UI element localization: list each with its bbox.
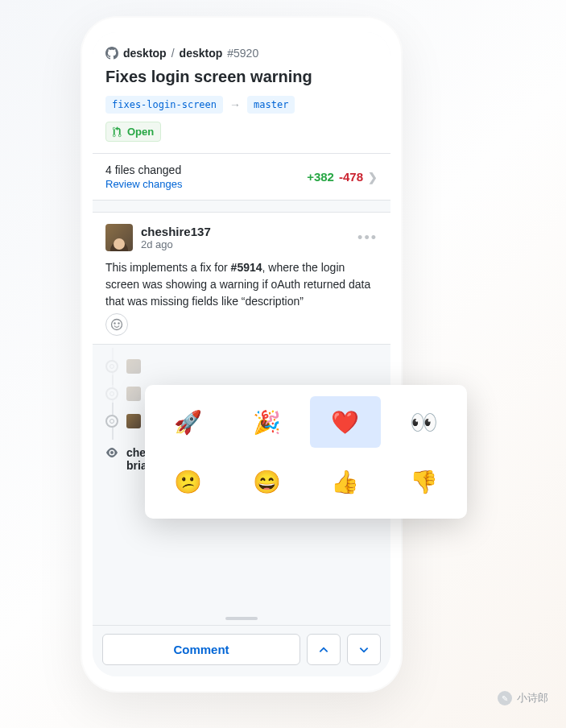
files-changed: 4 files changed bbox=[105, 163, 182, 176]
commit-dot-icon bbox=[105, 415, 118, 428]
pr-header: desktop / desktop #5920 Fixes login scre… bbox=[93, 32, 390, 154]
add-reaction-button[interactable] bbox=[105, 313, 128, 336]
chevron-down-icon bbox=[358, 644, 370, 656]
reactions-popup: 🚀🎉❤️👀😕😄👍👎 bbox=[145, 385, 467, 519]
next-button[interactable] bbox=[347, 634, 381, 665]
review-changes-link[interactable]: Review changes bbox=[105, 178, 182, 190]
comment-text-pre: This implements a fix for bbox=[105, 261, 231, 274]
svg-point-1 bbox=[114, 323, 115, 324]
comment-author[interactable]: cheshire137 bbox=[141, 225, 211, 238]
git-pull-request-icon bbox=[113, 126, 124, 138]
wechat-icon: ✎ bbox=[498, 691, 512, 705]
arrow-right-icon: → bbox=[229, 98, 241, 111]
svg-point-0 bbox=[112, 320, 122, 330]
screen: desktop / desktop #5920 Fixes login scre… bbox=[93, 32, 390, 676]
branch-from[interactable]: fixes-login-screen bbox=[105, 96, 223, 114]
commit-item-hidden bbox=[105, 353, 378, 380]
breadcrumb-sep: / bbox=[171, 47, 175, 60]
breadcrumb[interactable]: desktop / desktop #5920 bbox=[105, 47, 378, 60]
comment-button[interactable]: Comment bbox=[102, 634, 300, 665]
avatar[interactable] bbox=[105, 224, 133, 251]
eye-icon bbox=[105, 446, 118, 459]
phone-frame: desktop / desktop #5920 Fixes login scre… bbox=[81, 16, 403, 693]
issue-number: #5920 bbox=[227, 47, 258, 60]
pr-title: Fixes login screen warning bbox=[105, 68, 378, 86]
repo-owner: desktop bbox=[123, 47, 167, 60]
bottom-bar: Comment bbox=[93, 625, 390, 676]
comment-body: This implements a fix for #5914, where t… bbox=[105, 259, 378, 310]
reaction-confused[interactable]: 😕 bbox=[153, 456, 224, 507]
commit-avatar bbox=[126, 387, 141, 401]
reaction-tada[interactable]: 🎉 bbox=[232, 396, 303, 448]
status-badge: Open bbox=[105, 122, 161, 142]
commit-avatar bbox=[126, 359, 141, 374]
reaction-eyes[interactable]: 👀 bbox=[389, 396, 460, 448]
reaction-rocket[interactable]: 🚀 bbox=[153, 396, 224, 448]
branch-to[interactable]: master bbox=[247, 96, 295, 114]
reaction-thumbs-up[interactable]: 👍 bbox=[310, 456, 381, 507]
reaction-thumbs-down[interactable]: 👎 bbox=[389, 456, 460, 507]
svg-point-2 bbox=[118, 323, 119, 324]
drag-handle[interactable] bbox=[225, 617, 258, 620]
comment-card: cheshire137 2d ago ••• This implements a… bbox=[93, 212, 390, 345]
commit-avatar[interactable] bbox=[126, 414, 141, 428]
changes-row[interactable]: 4 files changed Review changes +382 -478… bbox=[93, 154, 390, 201]
issue-reference-link[interactable]: #5914 bbox=[231, 261, 262, 274]
chevron-up-icon bbox=[318, 644, 329, 656]
commit-dot-icon bbox=[105, 387, 118, 400]
status-label: Open bbox=[127, 126, 154, 138]
prev-button[interactable] bbox=[307, 634, 341, 665]
deletions-count: -478 bbox=[339, 170, 363, 184]
additions-count: +382 bbox=[307, 170, 334, 184]
chevron-right-icon: ❯ bbox=[368, 171, 378, 184]
github-icon bbox=[105, 47, 118, 60]
commit-dot-icon bbox=[105, 360, 118, 373]
smiley-icon bbox=[110, 318, 123, 331]
branch-row: fixes-login-screen → master bbox=[105, 96, 378, 114]
watermark-text: 小诗郎 bbox=[517, 691, 548, 705]
repo-name: desktop bbox=[180, 47, 223, 60]
reaction-heart[interactable]: ❤️ bbox=[310, 396, 381, 448]
watermark: ✎ 小诗郎 bbox=[498, 691, 548, 705]
comment-time: 2d ago bbox=[141, 238, 211, 250]
reaction-laugh[interactable]: 😄 bbox=[232, 456, 303, 507]
more-actions-button[interactable]: ••• bbox=[357, 230, 378, 246]
